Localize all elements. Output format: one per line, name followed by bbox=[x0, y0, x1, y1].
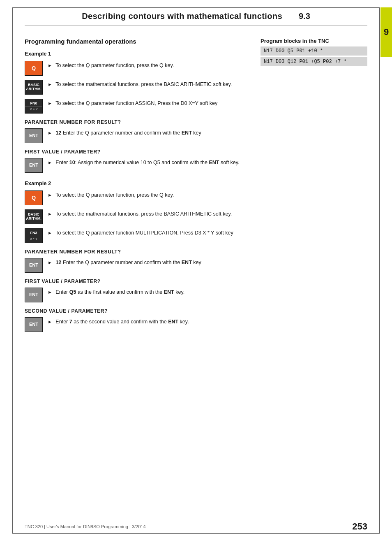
ent-key-4[interactable]: ENT bbox=[25, 288, 43, 302]
q-key-label-2: Q bbox=[32, 195, 36, 201]
page-border-top bbox=[12, 7, 380, 8]
fn0-top-label: FN0 bbox=[30, 101, 37, 106]
example1-first-value-heading: FIRST VALUE / PARAMETER? bbox=[25, 149, 252, 155]
footer-text: TNC 320 | User's Manual for DIN/ISO Prog… bbox=[25, 524, 146, 529]
q-key-button[interactable]: Q bbox=[25, 61, 43, 76]
program-blocks-heading: Program blocks in the TNC bbox=[261, 38, 367, 44]
example2-second-value-text: ► Enter 7 as the second value and confir… bbox=[48, 317, 252, 326]
example2-second-value-heading: SECOND VALUE / PARAMETER? bbox=[25, 308, 252, 314]
fn3-bottom-label: X * Y bbox=[25, 236, 42, 241]
fn0-key[interactable]: FN0 X = Y bbox=[25, 99, 43, 114]
ent-label-1: ENT bbox=[29, 133, 38, 138]
fn0-bottom-label: X = Y bbox=[25, 106, 42, 111]
example2-step1-text: ► To select the Q parameter function, pr… bbox=[48, 190, 252, 199]
example2-param-step-row: ENT ► 12 Enter the Q parameter number an… bbox=[25, 258, 252, 273]
q-key-button-2[interactable]: Q bbox=[25, 190, 43, 205]
page-footer: TNC 320 | User's Manual for DIN/ISO Prog… bbox=[25, 521, 367, 532]
basic-arithm-key-2[interactable]: BASIC ARITHM. bbox=[25, 209, 43, 224]
ent-key-2[interactable]: ENT bbox=[25, 158, 43, 173]
chapter-number: 9 bbox=[384, 27, 389, 37]
ent-key-5[interactable]: ENT bbox=[25, 317, 43, 332]
arrow6: ► bbox=[48, 193, 52, 197]
page-number: 253 bbox=[352, 521, 367, 532]
arrow2: ► bbox=[48, 82, 52, 87]
q-key-label: Q bbox=[32, 65, 36, 72]
fn3-key[interactable]: FN3 X * Y bbox=[25, 228, 43, 243]
left-column: Programming fundamental operations Examp… bbox=[25, 38, 252, 336]
example2-label: Example 2 bbox=[25, 180, 252, 186]
example1-step3-text: ► To select the Q parameter function ASS… bbox=[48, 99, 252, 107]
example1-param-step-row: ENT ► 12 Enter the Q parameter number an… bbox=[25, 128, 252, 143]
example2-first-value-heading: FIRST VALUE / PARAMETER? bbox=[25, 279, 252, 284]
ent-key-3[interactable]: ENT bbox=[25, 258, 43, 273]
page-border-right bbox=[379, 7, 380, 534]
ent-label-5: ENT bbox=[29, 322, 38, 327]
example2-step1-row: Q ► To select the Q parameter function, … bbox=[25, 190, 252, 205]
example2-step3-text: ► To select the Q parameter function MUL… bbox=[48, 228, 252, 237]
fn3-top-label: FN3 bbox=[30, 231, 37, 235]
page-border-bottom bbox=[12, 533, 380, 534]
basic-arithm-key[interactable]: BASIC ARITHM. bbox=[25, 80, 43, 95]
arrow5: ► bbox=[48, 160, 52, 165]
ent-key-1[interactable]: ENT bbox=[25, 128, 43, 143]
page-header: Describing contours with mathematical fu… bbox=[0, 0, 392, 25]
main-content: Programming fundamental operations Examp… bbox=[0, 26, 392, 353]
example1-first-value-row: ENT ► Enter 10: Assign the numerical val… bbox=[25, 158, 252, 173]
chapter-tab: 9 bbox=[380, 7, 392, 57]
example1-step2-text: ► To select the mathematical functions, … bbox=[48, 80, 252, 88]
ent-label-2: ENT bbox=[29, 163, 38, 168]
arrow10: ► bbox=[48, 290, 52, 295]
header-title: Describing contours with mathematical fu… bbox=[82, 12, 282, 21]
example1-step2-row: BASIC ARITHM. ► To select the mathematic… bbox=[25, 80, 252, 95]
program-block-2: N17 D03 Q12 P01 +Q5 P02 +7 * bbox=[261, 57, 367, 66]
header-section: 9.3 bbox=[299, 12, 310, 21]
ent-label-3: ENT bbox=[29, 262, 38, 268]
example1-step1-text: ► To select the Q parameter function, pr… bbox=[48, 61, 252, 70]
arrow9: ► bbox=[48, 260, 52, 265]
example2-first-value-row: ENT ► Enter Q5 as the first value and co… bbox=[25, 288, 252, 302]
arrow11: ► bbox=[48, 319, 52, 324]
example1-step1-row: Q ► To select the Q parameter function, … bbox=[25, 61, 252, 76]
example2-param-step-text: ► 12 Enter the Q parameter number and co… bbox=[48, 258, 252, 267]
page-border-left bbox=[12, 7, 13, 534]
example1-label: Example 1 bbox=[25, 51, 252, 57]
example1-param-step-text: ► 12 Enter the Q parameter number and co… bbox=[48, 128, 252, 137]
example1-first-value-text: ► Enter 10: Assign the numerical value 1… bbox=[48, 158, 252, 167]
arrow4: ► bbox=[48, 130, 52, 135]
basic-arith-line2: ARITHM. bbox=[26, 87, 42, 91]
example2-second-value-row: ENT ► Enter 7 as the second value and co… bbox=[25, 317, 252, 332]
arrow7: ► bbox=[48, 211, 52, 216]
example2-step2-row: BASIC ARITHM. ► To select the mathematic… bbox=[25, 209, 252, 224]
arrow3: ► bbox=[48, 101, 52, 106]
example1-param-heading: PARAMETER NUMBER FOR RESULT? bbox=[25, 119, 252, 125]
arrow1: ► bbox=[48, 63, 52, 68]
example1-step3-row: FN0 X = Y ► To select the Q parameter fu… bbox=[25, 99, 252, 114]
ent-label-4: ENT bbox=[29, 292, 38, 297]
program-block-1: N17 D00 Q5 P01 +10 * bbox=[261, 46, 367, 56]
example2-first-value-text: ► Enter Q5 as the first value and confir… bbox=[48, 288, 252, 296]
right-column: Program blocks in the TNC N17 D00 Q5 P01… bbox=[261, 38, 367, 336]
example2-param-heading: PARAMETER NUMBER FOR RESULT? bbox=[25, 249, 252, 255]
section-heading: Programming fundamental operations bbox=[25, 38, 252, 45]
example2-step2-text: ► To select the mathematical functions, … bbox=[48, 209, 252, 218]
example2-step3-row: FN3 X * Y ► To select the Q parameter fu… bbox=[25, 228, 252, 243]
basic-arith-line2-2: ARITHM. bbox=[26, 217, 42, 221]
arrow8: ► bbox=[48, 230, 52, 235]
